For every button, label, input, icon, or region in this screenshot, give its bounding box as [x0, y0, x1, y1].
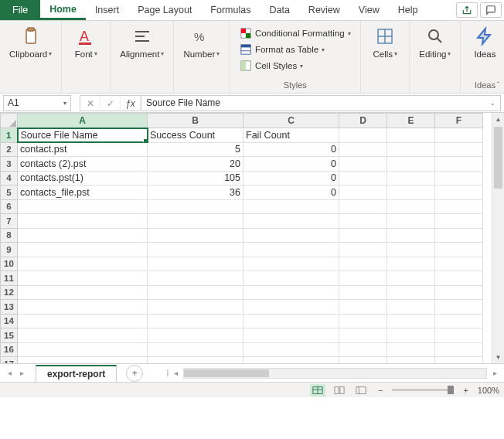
cell-d14[interactable]: [339, 314, 387, 328]
cell-a16[interactable]: [18, 342, 148, 357]
cell-c7[interactable]: [243, 214, 339, 229]
row-header-2[interactable]: 2: [1, 142, 18, 157]
row-header-16[interactable]: 16: [1, 342, 18, 357]
insert-function-icon[interactable]: ƒx: [121, 96, 141, 112]
conditional-formatting-button[interactable]: Conditional Formatting ▾: [237, 26, 354, 40]
cell-b10[interactable]: [148, 257, 243, 271]
zoom-level[interactable]: 100%: [478, 386, 499, 395]
cell-c1[interactable]: Fail Count: [243, 128, 339, 143]
row-header-15[interactable]: 15: [1, 328, 18, 343]
cell-f10[interactable]: [435, 257, 483, 271]
cell-e12[interactable]: [387, 285, 435, 300]
cell-a9[interactable]: [18, 243, 148, 257]
cell-e6[interactable]: [387, 199, 435, 214]
cell-e7[interactable]: [387, 214, 435, 229]
cell-c3[interactable]: 0: [243, 157, 339, 172]
cell-d2[interactable]: [339, 142, 387, 157]
cell-c13[interactable]: [243, 300, 339, 315]
row-header-9[interactable]: 9: [1, 243, 18, 257]
cell-e4[interactable]: [387, 171, 435, 185]
cell-e17[interactable]: [387, 357, 435, 364]
cell-b6[interactable]: [148, 199, 243, 214]
column-header-c[interactable]: C: [243, 114, 339, 128]
cell-e15[interactable]: [387, 328, 435, 343]
cell-e9[interactable]: [387, 243, 435, 257]
cell-a7[interactable]: [18, 214, 148, 229]
cell-f17[interactable]: [435, 357, 483, 364]
editing-button[interactable]: Editing▾: [414, 24, 455, 60]
tab-view[interactable]: View: [349, 0, 389, 20]
cell-e8[interactable]: [387, 228, 435, 243]
cell-c14[interactable]: [243, 314, 339, 328]
column-header-d[interactable]: D: [339, 114, 387, 128]
add-sheet-button[interactable]: +: [126, 365, 143, 382]
cell-f6[interactable]: [435, 199, 483, 214]
cell-d3[interactable]: [339, 157, 387, 172]
cell-b12[interactable]: [148, 285, 243, 300]
cell-b14[interactable]: [148, 314, 243, 328]
column-header-b[interactable]: B: [148, 114, 243, 128]
sheet-nav-prev-icon[interactable]: ◂: [3, 369, 15, 377]
cell-a6[interactable]: [18, 199, 148, 214]
hscroll-thumb[interactable]: [184, 369, 269, 377]
zoom-slider[interactable]: [392, 389, 454, 391]
cell-a15[interactable]: [18, 328, 148, 343]
cell-f5[interactable]: [435, 185, 483, 200]
cell-b4[interactable]: 105: [148, 171, 243, 185]
scroll-up-icon[interactable]: ▲: [492, 113, 504, 125]
cell-d13[interactable]: [339, 300, 387, 315]
cell-f3[interactable]: [435, 157, 483, 172]
row-header-5[interactable]: 5: [1, 185, 18, 200]
cell-d8[interactable]: [339, 228, 387, 243]
vertical-scrollbar[interactable]: ▲ ▼: [492, 113, 504, 363]
view-page-layout-icon[interactable]: [332, 384, 347, 396]
cell-b17[interactable]: [148, 357, 243, 364]
cell-a8[interactable]: [18, 228, 148, 243]
cell-f8[interactable]: [435, 228, 483, 243]
row-header-11[interactable]: 11: [1, 271, 18, 286]
format-as-table-button[interactable]: Format as Table ▾: [237, 43, 328, 56]
cell-c9[interactable]: [243, 243, 339, 257]
cell-d7[interactable]: [339, 214, 387, 229]
ideas-button[interactable]: Ideas: [465, 24, 504, 60]
cell-a1[interactable]: Source File Name: [18, 128, 148, 143]
zoom-in-button[interactable]: +: [460, 386, 471, 395]
number-button[interactable]: % Number▾: [179, 24, 224, 60]
tab-insert[interactable]: Insert: [86, 0, 128, 20]
font-button[interactable]: A Font▾: [66, 24, 105, 60]
cell-b3[interactable]: 20: [148, 157, 243, 172]
cell-a3[interactable]: contacts (2).pst: [18, 157, 148, 172]
cell-c16[interactable]: [243, 342, 339, 357]
cell-b5[interactable]: 36: [148, 185, 243, 200]
cell-a14[interactable]: [18, 314, 148, 328]
scroll-thumb[interactable]: [494, 127, 502, 189]
cell-b8[interactable]: [148, 228, 243, 243]
cell-d17[interactable]: [339, 357, 387, 364]
cell-a10[interactable]: [18, 257, 148, 271]
cell-b13[interactable]: [148, 300, 243, 315]
horizontal-scrollbar[interactable]: [183, 368, 487, 379]
cell-f7[interactable]: [435, 214, 483, 229]
name-box[interactable]: A1 ▾: [3, 95, 71, 111]
expand-formula-icon[interactable]: ⌄: [490, 100, 495, 107]
row-header-4[interactable]: 4: [1, 171, 18, 185]
alignment-button[interactable]: Alignment▾: [115, 24, 169, 60]
row-header-13[interactable]: 13: [1, 300, 18, 315]
cell-d4[interactable]: [339, 171, 387, 185]
cell-b2[interactable]: 5: [148, 142, 243, 157]
cell-c8[interactable]: [243, 228, 339, 243]
hscroll-right-icon[interactable]: ▸: [489, 369, 501, 377]
cell-d12[interactable]: [339, 285, 387, 300]
sheet-tab-active[interactable]: export-report: [36, 365, 117, 382]
spreadsheet-table[interactable]: ABCDEF1Source File NameSuccess CountFail…: [0, 113, 483, 363]
cell-e13[interactable]: [387, 300, 435, 315]
row-header-1[interactable]: 1: [1, 128, 18, 143]
cell-f13[interactable]: [435, 300, 483, 315]
cell-f4[interactable]: [435, 171, 483, 185]
hscroll-left-icon[interactable]: ◂: [169, 369, 182, 377]
select-all-corner[interactable]: [1, 114, 18, 128]
row-header-10[interactable]: 10: [1, 257, 18, 271]
column-header-a[interactable]: A: [18, 114, 148, 128]
cell-d10[interactable]: [339, 257, 387, 271]
cell-e5[interactable]: [387, 185, 435, 200]
